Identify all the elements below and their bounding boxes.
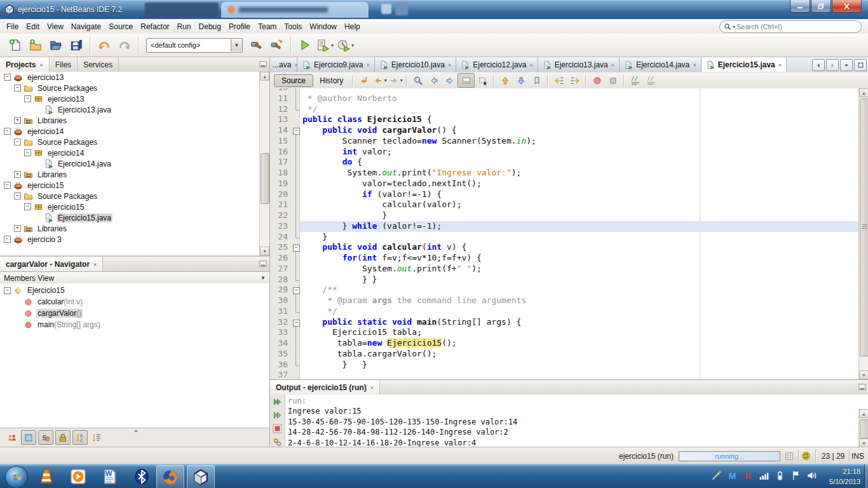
menu-refactor[interactable]: Refactor	[137, 20, 173, 33]
editor-tab-ejercicio12-java[interactable]: Ejercicio12.java✕	[456, 57, 538, 72]
menu-debug[interactable]: Debug	[195, 20, 225, 33]
projects-tree[interactable]: −ejercicio13−Source Packages−ejercicio13…	[0, 72, 260, 255]
code-line-30[interactable]: 30 * @param args the command line argume…	[270, 295, 859, 306]
rerun-alt-button[interactable]	[271, 410, 283, 421]
menu-source[interactable]: Source	[105, 20, 137, 33]
run-project-button[interactable]	[295, 36, 315, 55]
previous-occurrence-button[interactable]	[426, 74, 442, 87]
rerun-button[interactable]	[271, 396, 283, 408]
menu-view[interactable]: View	[43, 20, 67, 33]
collapse-icon[interactable]: −	[4, 74, 11, 81]
source-view-button[interactable]: Source	[274, 74, 313, 87]
previous-bookmark-button[interactable]	[497, 74, 513, 87]
code-line-24[interactable]: 24 }	[270, 232, 859, 243]
scroll-down-icon[interactable]: ▼	[859, 370, 868, 379]
code-line-23[interactable]: 23 } while (valor!=-1);	[270, 221, 859, 232]
code-line-25[interactable]: 25− public void calcular(int v) {	[270, 242, 859, 253]
code-line-34[interactable]: 34 tabla=new Ejercicio15();	[270, 338, 859, 349]
taskbar-item-firefox[interactable]	[156, 465, 184, 488]
code-editor[interactable]: 10 *11 * @author Norberto12 */13public c…	[270, 88, 868, 379]
comment-button[interactable]: //	[627, 74, 643, 87]
history-view-button[interactable]: History	[313, 75, 349, 86]
code-line-37[interactable]: 37	[270, 370, 859, 379]
menu-file[interactable]: File	[3, 20, 22, 33]
taskbar-clock[interactable]: 21:18 5/10/2013	[829, 466, 860, 487]
code-line-13[interactable]: 13public class Ejercicio15 {	[270, 114, 859, 125]
menu-run[interactable]: Run	[173, 20, 195, 33]
editor-tab-ava[interactable]: ...ava✕	[270, 57, 297, 72]
projects-scrollbar[interactable]: ▲ ▼	[259, 72, 269, 255]
shift-line-left-button[interactable]	[551, 74, 567, 87]
menu-profile[interactable]: Profile	[225, 20, 254, 33]
shift-line-right-button[interactable]	[567, 74, 583, 87]
stop-macro-recording-button[interactable]	[605, 74, 621, 87]
code-line-36[interactable]: 36 } }	[270, 360, 859, 370]
minimize-button[interactable]	[790, 0, 810, 13]
back-button[interactable]: ▾	[372, 74, 388, 87]
chevron-down-icon[interactable]: ▾	[400, 78, 403, 83]
next-occurrence-button[interactable]	[442, 74, 458, 87]
scroll-up-icon[interactable]: ▲	[859, 88, 868, 97]
new-project-button[interactable]	[25, 36, 46, 55]
scroll-tabs-left-icon[interactable]	[812, 59, 825, 71]
navigator-view-selector[interactable]: Members View ▼	[0, 272, 269, 285]
editor-scrollbar[interactable]: ▲ ▼	[858, 88, 868, 379]
open-project-button[interactable]	[46, 36, 66, 55]
tree-item-ejercicio13-java[interactable]: Ejercicio13.java	[0, 104, 260, 115]
minimize-panel-icon[interactable]	[259, 259, 268, 268]
stop-button[interactable]	[271, 423, 283, 435]
sort-by-source-button[interactable]	[90, 431, 104, 444]
output-text[interactable]: run:Ingrese valor:1515-30-45-60-75-90-10…	[288, 396, 858, 447]
scrollbar-thumb[interactable]	[261, 153, 269, 204]
close-tab-icon[interactable]: ✕	[370, 384, 374, 391]
chevron-down-icon[interactable]: ▾	[384, 78, 387, 83]
tab-output[interactable]: Output - ejercicio15 (run) ✕	[270, 380, 380, 395]
close-button[interactable]	[832, 0, 862, 13]
code-line-29[interactable]: 29− /**	[270, 285, 859, 295]
code-line-11[interactable]: 11 * @author Norberto	[270, 93, 859, 104]
navigator-item-calcular[interactable]: calcular(int v)	[0, 296, 269, 308]
tree-item-ejercicio13[interactable]: −ejercicio13	[0, 72, 260, 83]
tree-item-libraries[interactable]: +Libraries	[0, 115, 260, 126]
tray-battery-icon[interactable]	[774, 470, 785, 481]
code-line-33[interactable]: 33 Ejercicio15 tabla;	[270, 327, 859, 338]
forward-button[interactable]: ▾	[388, 74, 403, 87]
config-select[interactable]: <default config>▼	[146, 38, 243, 53]
tree-item-ejercicio15[interactable]: −ejercicio15	[0, 180, 260, 191]
show-desktop-button[interactable]	[864, 464, 868, 488]
taskbar-item-netbeans[interactable]	[187, 465, 215, 488]
undo-button[interactable]	[94, 36, 114, 55]
redo-button[interactable]	[114, 36, 135, 55]
code-line-27[interactable]: 27 System.out.print(f+" ");	[270, 264, 859, 274]
tree-item-ejercicio15-java[interactable]: Ejercicio15.java	[0, 212, 260, 223]
navigator-tree[interactable]: −Ejercicio15calcular(int v)cargarValor()…	[0, 283, 269, 428]
save-all-button[interactable]	[66, 36, 86, 55]
build-project-button[interactable]	[247, 36, 267, 55]
collapse-icon[interactable]: −	[4, 236, 11, 243]
toggle-highlight-search-button[interactable]	[458, 73, 475, 88]
expand-icon[interactable]: +	[14, 171, 21, 178]
collapse-icon[interactable]: −	[14, 139, 21, 146]
show-non-public-button[interactable]	[55, 430, 71, 445]
code-line-35[interactable]: 35 tabla.cargarValor();	[270, 349, 859, 360]
fold-collapse-icon[interactable]: −	[290, 242, 302, 253]
tray-pen-icon[interactable]	[710, 470, 722, 481]
tree-item-ejercicio-3[interactable]: −ejercicio 3	[0, 234, 260, 245]
editor-tab-ejercicio15-java[interactable]: Ejercicio15.java✕	[702, 57, 787, 72]
inherited-members-button[interactable]	[5, 431, 19, 444]
code-line-32[interactable]: 32− public static void main(String[] arg…	[270, 317, 859, 328]
navigator-item-cargarvalor[interactable]: cargarValor()	[0, 308, 269, 319]
code-line-17[interactable]: 17 do {	[270, 157, 859, 168]
editor-tab-ejercicio10-java[interactable]: Ejercicio10.java✕	[375, 57, 456, 72]
scroll-down-icon[interactable]: ▼	[260, 247, 269, 255]
close-tab-icon[interactable]: ✕	[39, 62, 43, 68]
code-line-31[interactable]: 31 */	[270, 306, 859, 317]
code-line-22[interactable]: 22 }	[270, 210, 859, 221]
navigator-item-ejercicio15[interactable]: −Ejercicio15	[0, 285, 269, 296]
code-line-16[interactable]: 16 int valor;	[270, 147, 859, 158]
menu-navigate[interactable]: Navigate	[67, 20, 105, 33]
tree-item-source-packages[interactable]: −Source Packages	[0, 83, 260, 93]
scroll-tabs-right-icon[interactable]	[826, 59, 839, 71]
collapse-icon[interactable]: −	[4, 182, 11, 189]
close-tab-icon[interactable]: ✕	[366, 62, 369, 68]
